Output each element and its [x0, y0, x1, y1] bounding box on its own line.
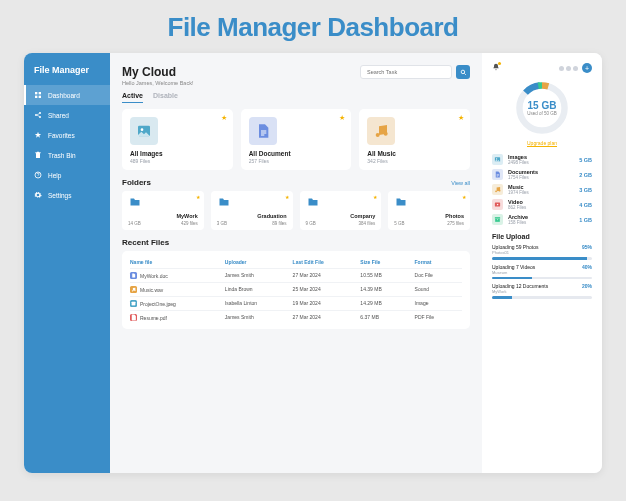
- table-row[interactable]: Resume.pdf James Smith 27 Mar 2024 6.37 …: [130, 310, 462, 324]
- folders-heading: Folders: [122, 178, 151, 187]
- svg-rect-28: [495, 219, 500, 222]
- folder-item[interactable]: ★ Graduation 3 GB 89 files: [211, 191, 293, 230]
- file-size: 6.37 MB: [360, 314, 414, 321]
- folder-item[interactable]: ★ MyWork 14 GB 429 files: [122, 191, 204, 230]
- file-name: MyWork.doc: [140, 273, 168, 279]
- search-icon: [460, 69, 467, 76]
- category-size: 4 GB: [579, 202, 592, 208]
- file-uploader: James Smith: [225, 272, 293, 279]
- table-row[interactable]: MyWork.doc James Smith 27 Mar 2024 10.55…: [130, 268, 462, 282]
- file-uploader: Isabella Linton: [225, 300, 293, 307]
- table-row[interactable]: ProjectOne.jpeg Isabella Linton 19 Mar 2…: [130, 296, 462, 310]
- star-icon[interactable]: ★: [458, 114, 464, 122]
- svg-rect-0: [35, 92, 37, 94]
- sidebar-item-settings[interactable]: Settings: [24, 185, 110, 205]
- file-date: 27 Mar 2024: [293, 314, 361, 321]
- table-row[interactable]: Music.wav Linda Brown 25 Mar 2024 14.39 …: [130, 282, 462, 296]
- svg-rect-2: [35, 96, 37, 98]
- add-button[interactable]: +: [582, 63, 592, 73]
- folder-icon: [217, 196, 287, 211]
- file-format: Sound: [415, 286, 462, 293]
- category-size: 2 GB: [579, 172, 592, 178]
- category-row-image[interactable]: Images 2498 Files 5 GB: [492, 154, 592, 165]
- category-row-archive[interactable]: Archive 158 Files 1 GB: [492, 214, 592, 225]
- sidebar-item-label: Help: [48, 172, 61, 179]
- svg-point-11: [141, 128, 144, 131]
- folder-size: 9 GB: [306, 221, 316, 226]
- sidebar-item-favorites[interactable]: Favorites: [24, 125, 110, 145]
- progress-bar: [492, 296, 592, 299]
- svg-point-14: [132, 290, 133, 291]
- recent-files-table: Name file Uploader Last Edit File Size F…: [122, 251, 470, 329]
- th-size[interactable]: Size File: [360, 259, 414, 265]
- sidebar-item-shared[interactable]: Shared: [24, 105, 110, 125]
- greeting-text: Hello James, Welcome Back!: [122, 80, 193, 86]
- svg-rect-29: [497, 220, 498, 221]
- file-size: 10.55 MB: [360, 272, 414, 279]
- sidebar-item-help[interactable]: Help: [24, 165, 110, 185]
- upload-target: Museum: [492, 270, 592, 275]
- image-icon: [130, 117, 158, 145]
- folder-item[interactable]: ★ Photos 5 GB 275 files: [388, 191, 470, 230]
- category-row-music[interactable]: Music 1974 Files 3 GB: [492, 184, 592, 195]
- plus-icon: +: [585, 65, 589, 72]
- folder-icon: [394, 196, 464, 211]
- sidebar-item-trash bin[interactable]: Trash Bin: [24, 145, 110, 165]
- search-input[interactable]: [360, 65, 452, 79]
- category-row-doc[interactable]: Documents 1754 Files 2 GB: [492, 169, 592, 180]
- category-card-doc[interactable]: ★ All Document 257 Files: [241, 109, 352, 170]
- category-file-count: 862 Files: [508, 205, 574, 210]
- th-name[interactable]: Name file: [130, 259, 225, 265]
- th-format[interactable]: Format: [415, 259, 462, 265]
- upgrade-link[interactable]: Upgrade plan: [527, 140, 557, 146]
- star-icon[interactable]: ★: [221, 114, 227, 122]
- folder-file-count: 89 files: [272, 221, 286, 226]
- search-button[interactable]: [456, 65, 470, 79]
- upload-heading: File Upload: [492, 233, 592, 240]
- th-lastedit[interactable]: Last Edit File: [293, 259, 361, 265]
- category-card-music[interactable]: ★ All Music 342 Files: [359, 109, 470, 170]
- category-row-video[interactable]: Video 862 Files 4 GB: [492, 199, 592, 210]
- star-icon[interactable]: ★: [373, 194, 377, 200]
- star-icon[interactable]: ★: [462, 194, 466, 200]
- svg-point-24: [495, 190, 497, 192]
- sidebar-item-label: Shared: [48, 112, 69, 119]
- music-icon: [130, 286, 137, 293]
- avatar-dot: [559, 66, 564, 71]
- category-card-image[interactable]: ★ All Images 489 Files: [122, 109, 233, 170]
- file-name: Music.wav: [140, 287, 163, 293]
- svg-point-25: [499, 190, 501, 192]
- file-date: 25 Mar 2024: [293, 286, 361, 293]
- category-file-count: 1974 Files: [508, 190, 574, 195]
- star-icon[interactable]: ★: [285, 194, 289, 200]
- star-icon[interactable]: ★: [196, 194, 200, 200]
- svg-point-15: [134, 290, 135, 291]
- app-window: File Manager Dashboard Shared Favorites …: [24, 53, 602, 473]
- th-uploader[interactable]: Uploader: [225, 259, 293, 265]
- tab-active[interactable]: Active: [122, 92, 143, 103]
- folder-file-count: 275 files: [447, 221, 464, 226]
- category-file-count: 1754 Files: [508, 175, 574, 180]
- svg-point-17: [132, 303, 133, 304]
- folder-size: 3 GB: [217, 221, 227, 226]
- svg-rect-27: [495, 217, 500, 218]
- progress-bar: [492, 257, 592, 260]
- view-all-link[interactable]: View all: [451, 180, 470, 186]
- folder-item[interactable]: ★ Company 9 GB 384 files: [300, 191, 382, 230]
- upload-percent: 20%: [582, 283, 592, 289]
- pdf-icon: [130, 314, 137, 321]
- sidebar-item-dashboard[interactable]: Dashboard: [24, 85, 110, 105]
- folder-name: Graduation: [217, 213, 287, 219]
- file-format: PDF File: [415, 314, 462, 321]
- category-size: 3 GB: [579, 187, 592, 193]
- file-name: Resume.pdf: [140, 315, 167, 321]
- upload-item: Uploading 7 Videos40% Museum: [492, 264, 592, 280]
- video-icon: [492, 199, 503, 210]
- image-icon: [492, 154, 503, 165]
- tab-disable[interactable]: Disable: [153, 92, 178, 103]
- grid-icon: [34, 91, 42, 99]
- notification-bell-icon[interactable]: [492, 63, 500, 73]
- trash-icon: [34, 151, 42, 159]
- star-icon[interactable]: ★: [339, 114, 345, 122]
- archive-icon: [492, 214, 503, 225]
